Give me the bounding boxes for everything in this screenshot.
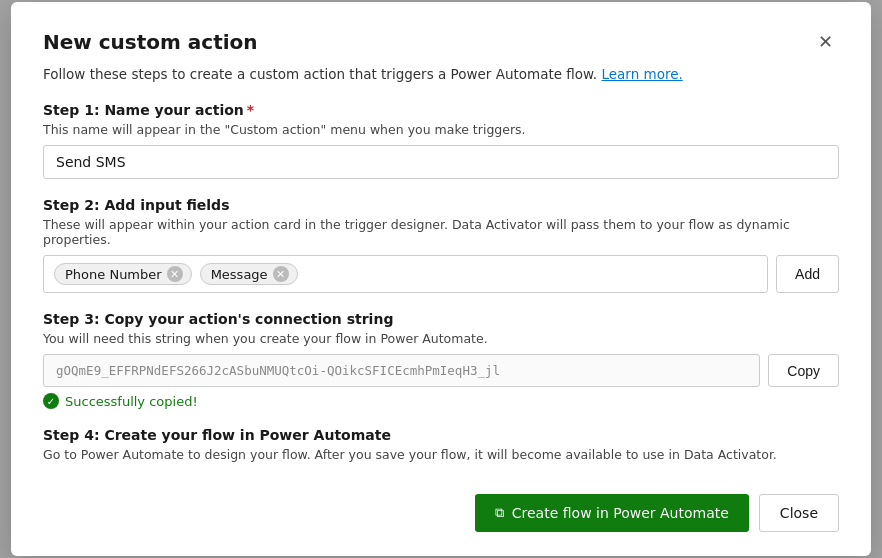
success-icon: ✓ <box>43 393 59 409</box>
step2-section: Step 2: Add input fields These will appe… <box>43 197 839 293</box>
intro-text: Follow these steps to create a custom ac… <box>43 66 839 82</box>
tag-message-label: Message <box>211 267 268 282</box>
step2-description: These will appear within your action car… <box>43 217 839 247</box>
copy-button[interactable]: Copy <box>768 354 839 387</box>
step3-title: Step 3: Copy your action's connection st… <box>43 311 839 327</box>
modal-footer: ⧉ Create flow in Power Automate Close <box>43 482 839 532</box>
action-name-input[interactable] <box>43 145 839 179</box>
step3-description: You will need this string when you creat… <box>43 331 839 346</box>
learn-more-link[interactable]: Learn more. <box>601 66 682 82</box>
modal-overlay: New custom action ✕ Follow these steps t… <box>0 0 882 558</box>
modal-dialog: New custom action ✕ Follow these steps t… <box>11 2 871 556</box>
tag-input-row: Phone Number ✕ Message ✕ Add <box>43 255 839 293</box>
close-icon-button[interactable]: ✕ <box>812 31 839 53</box>
add-field-button[interactable]: Add <box>776 255 839 293</box>
step4-section: Step 4: Create your flow in Power Automa… <box>43 427 839 462</box>
step3-section: Step 3: Copy your action's connection st… <box>43 311 839 409</box>
modal-header: New custom action ✕ <box>43 30 839 54</box>
tag-phone-number-remove[interactable]: ✕ <box>167 266 183 282</box>
step4-description: Go to Power Automate to design your flow… <box>43 447 839 462</box>
success-text: Successfully copied! <box>65 394 198 409</box>
step1-description: This name will appear in the "Custom act… <box>43 122 839 137</box>
success-message: ✓ Successfully copied! <box>43 393 839 409</box>
connection-string-input[interactable] <box>43 354 760 387</box>
tag-input-box[interactable]: Phone Number ✕ Message ✕ <box>43 255 768 293</box>
step4-title: Step 4: Create your flow in Power Automa… <box>43 427 839 443</box>
step1-section: Step 1: Name your action* This name will… <box>43 102 839 179</box>
tag-phone-number-label: Phone Number <box>65 267 162 282</box>
external-link-icon: ⧉ <box>495 505 504 521</box>
step1-title: Step 1: Name your action* <box>43 102 839 118</box>
tag-message-remove[interactable]: ✕ <box>273 266 289 282</box>
close-modal-button[interactable]: Close <box>759 494 839 532</box>
create-flow-button-label: Create flow in Power Automate <box>512 505 729 521</box>
tag-phone-number: Phone Number ✕ <box>54 263 192 285</box>
create-flow-button[interactable]: ⧉ Create flow in Power Automate <box>475 494 749 532</box>
tag-message: Message ✕ <box>200 263 298 285</box>
step2-title: Step 2: Add input fields <box>43 197 839 213</box>
copy-input-row: Copy <box>43 354 839 387</box>
required-marker: * <box>247 102 254 118</box>
modal-title: New custom action <box>43 30 258 54</box>
